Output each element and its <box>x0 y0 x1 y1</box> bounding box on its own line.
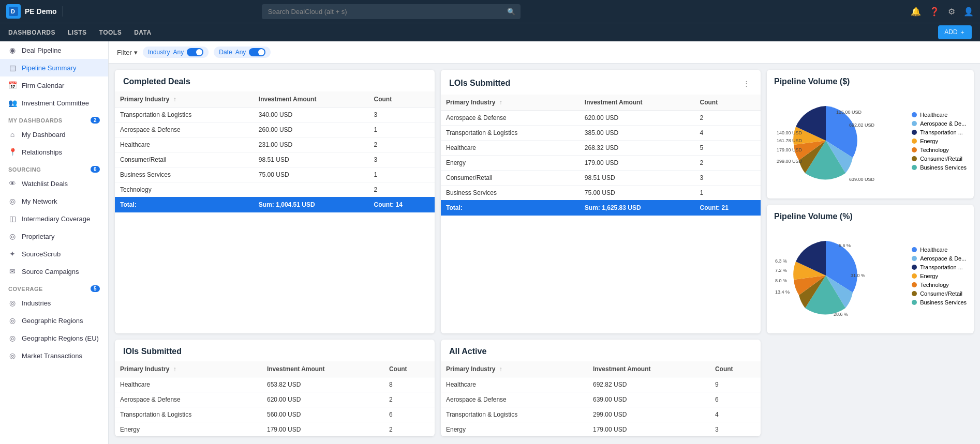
industry-cell[interactable]: Transportation & Logistics <box>441 126 580 141</box>
sidebar-item-geographic-regions-eu[interactable]: ◎ Geographic Regions (EU) <box>0 329 108 347</box>
count-cell: 4 <box>710 407 761 422</box>
sidebar-item-firm-calendar[interactable]: 📅 Firm Calendar <box>0 76 108 94</box>
user-icon[interactable]: 👤 <box>963 7 974 17</box>
lois-col-industry: Primary Industry ↑ <box>441 95 580 111</box>
table-row: Aerospace & Defense260.00 USD1 <box>115 123 435 137</box>
lois-menu-button[interactable]: ⋮ <box>740 77 752 89</box>
nav-lists[interactable]: LISTS <box>68 25 87 40</box>
help-icon[interactable]: ❓ <box>929 7 940 17</box>
table-row: Healthcare653.82 USD8 <box>115 377 435 392</box>
industry-cell[interactable]: Energy <box>441 422 588 437</box>
all-active-col-amount: Investment Amount <box>588 361 710 377</box>
nav-tools[interactable]: TOOLS <box>99 25 122 40</box>
industry-cell[interactable]: Aerospace & Defense <box>441 111 580 126</box>
main-content: Filter ▾ Industry Any Date Any Completed… <box>109 41 980 444</box>
industry-cell[interactable]: Consumer/Retail <box>115 152 254 167</box>
industry-cell[interactable]: Healthcare <box>115 137 254 152</box>
industry-cell[interactable]: Healthcare <box>115 377 262 392</box>
sidebar-item-sourcescrub[interactable]: ✦ SourceScrub <box>0 245 108 263</box>
pct-legend-healthcare: Healthcare <box>912 247 967 253</box>
sidebar-item-my-dashboard[interactable]: ⌂ My Dashboard <box>0 126 108 143</box>
industry-cell[interactable]: Transportation & Logistics <box>115 108 254 123</box>
completed-deals-table: Primary Industry ↑ Investment Amount Cou… <box>115 91 435 212</box>
industry-cell[interactable]: Aerospace & Defense <box>115 123 254 137</box>
industry-cell[interactable]: Energy <box>441 156 580 171</box>
industry-cell[interactable]: Healthcare <box>441 141 580 156</box>
table-row: Consumer/Retail98.51 USD3 <box>441 171 761 186</box>
sidebar-label-geo-regions: Geographic Regions <box>22 317 83 325</box>
date-filter-pill[interactable]: Date Any <box>214 47 271 58</box>
section-coverage[interactable]: COVERAGE 5 <box>0 280 108 294</box>
amount-cell: 179.00 USD <box>262 422 384 437</box>
sidebar-item-intermediary-coverage[interactable]: ◫ Intermediary Coverage <box>0 210 108 227</box>
sidebar-item-pipeline-summary[interactable]: ▤ Pipeline Summary <box>0 59 108 76</box>
lois-submitted-card: LOIs Submitted ⋮ Primary Industry ↑ Inve… <box>441 70 761 333</box>
section-my-dashboards[interactable]: MY DASHBOARDS 2 <box>0 112 108 126</box>
app-body: ◉ Deal Pipeline ▤ Pipeline Summary 📅 Fir… <box>0 41 980 444</box>
nav-icons: 🔔 ❓ ⚙ 👤 <box>911 7 974 17</box>
sidebar-item-relationships[interactable]: 📍 Relationships <box>0 143 108 161</box>
industry-toggle[interactable] <box>187 48 203 56</box>
settings-icon[interactable]: ⚙ <box>948 7 955 17</box>
count-cell: 6 <box>384 407 435 422</box>
svg-text:13.4 %: 13.4 % <box>775 289 790 295</box>
sidebar-item-deal-pipeline[interactable]: ◉ Deal Pipeline <box>0 41 108 59</box>
sidebar-label-industries: Industries <box>22 299 51 307</box>
table-row: Energy179.00 USD2 <box>441 156 761 171</box>
sidebar-item-market-transactions[interactable]: ◎ Market Transactions <box>0 347 108 364</box>
svg-text:692.82 USD: 692.82 USD <box>849 123 875 128</box>
search-input[interactable] <box>262 4 521 19</box>
logo-area: D PE Demo <box>6 4 56 19</box>
table-row: Energy179.00 USD3 <box>441 422 761 437</box>
sidebar-label-my-network: My Network <box>22 197 57 205</box>
firm-calendar-icon: 📅 <box>8 81 17 89</box>
svg-text:5.6 %: 5.6 % <box>839 243 851 248</box>
add-button[interactable]: ADD ＋ <box>938 25 972 39</box>
industry-pill-label: Industry <box>148 49 170 56</box>
date-toggle[interactable] <box>249 48 265 56</box>
intermediary-coverage-icon: ◫ <box>8 215 17 223</box>
completed-deals-total-count: Count: 14 <box>368 197 435 212</box>
count-cell: 3 <box>368 152 435 167</box>
industry-cell[interactable]: Transportation & Logistics <box>441 407 588 422</box>
industry-cell[interactable]: Business Services <box>441 186 580 201</box>
sidebar-item-geographic-regions[interactable]: ◎ Geographic Regions <box>0 312 108 329</box>
notifications-icon[interactable]: 🔔 <box>911 7 921 17</box>
nav-dashboards[interactable]: DASHBOARDS <box>8 25 55 40</box>
svg-text:8.0 %: 8.0 % <box>775 278 787 283</box>
industry-cell[interactable]: Energy <box>115 422 262 437</box>
table-row: Aerospace & Defense620.00 USD2 <box>115 392 435 407</box>
industry-filter-pill[interactable]: Industry Any <box>143 47 209 58</box>
investment-committee-icon: 👥 <box>8 99 17 107</box>
sidebar-label-source-campaigns: Source Campaigns <box>22 268 79 275</box>
count-cell: 2 <box>368 182 435 197</box>
sidebar-item-source-campaigns[interactable]: ✉ Source Campaigns <box>0 263 108 280</box>
svg-text:28.6 %: 28.6 % <box>834 312 848 317</box>
sidebar-item-investment-committee[interactable]: 👥 Investment Committee <box>0 94 108 112</box>
industry-cell[interactable]: Aerospace & Defense <box>115 392 262 407</box>
table-row: Healthcare231.00 USD2 <box>115 137 435 152</box>
nav-data[interactable]: DATA <box>134 25 152 40</box>
industry-cell[interactable]: Transportation & Logistics <box>115 407 262 422</box>
filter-button[interactable]: Filter ▾ <box>117 49 138 56</box>
iois-submitted-card: IOIs Submitted Primary Industry ↑ Invest… <box>115 340 435 436</box>
industry-cell[interactable]: Business Services <box>115 167 254 182</box>
sidebar-item-industries[interactable]: ◎ Industries <box>0 294 108 312</box>
proprietary-icon: ◎ <box>8 232 17 240</box>
sidebar-item-my-network[interactable]: ◎ My Network <box>0 192 108 210</box>
amount-cell: 268.32 USD <box>580 141 695 156</box>
industry-cell[interactable]: Healthcare <box>441 377 588 392</box>
pipeline-volume-pct-card: Pipeline Volume (%) <box>767 205 974 333</box>
industry-cell[interactable]: Aerospace & Defense <box>441 392 588 407</box>
sidebar-item-proprietary[interactable]: ◎ Proprietary <box>0 227 108 245</box>
sidebar-label-watchlist: Watchlist Deals <box>22 180 68 188</box>
relationships-icon: 📍 <box>8 148 17 156</box>
industry-cell[interactable]: Technology <box>115 182 254 197</box>
section-sourcing[interactable]: SOURCING 6 <box>0 161 108 175</box>
lois-title: LOIs Submitted <box>449 79 510 88</box>
industry-cell[interactable]: Consumer/Retail <box>441 171 580 186</box>
table-row: Energy179.00 USD2 <box>115 422 435 437</box>
svg-text:6.3 %: 6.3 % <box>775 258 787 264</box>
sidebar-item-watchlist-deals[interactable]: 👁 Watchlist Deals <box>0 175 108 192</box>
sidebar-label-pipeline-summary: Pipeline Summary <box>22 64 77 72</box>
